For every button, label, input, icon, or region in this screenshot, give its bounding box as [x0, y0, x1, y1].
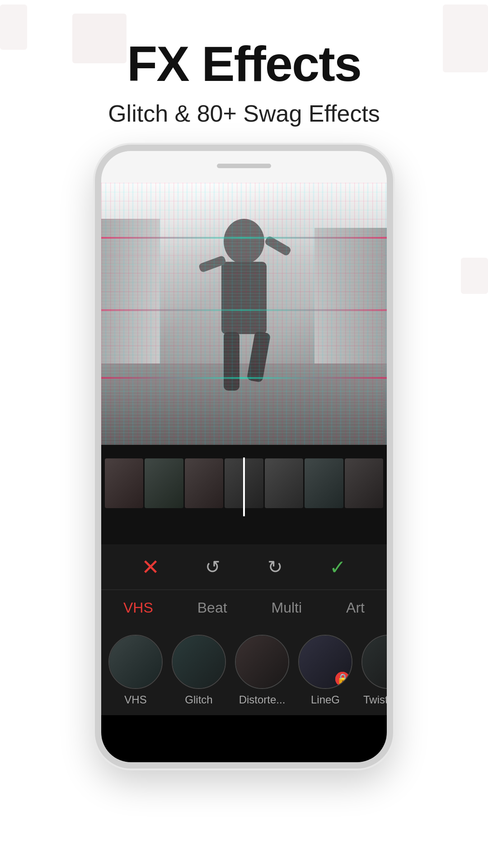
effect-label-glitch: Glitch [185, 693, 212, 706]
effect-thumb-distorted [235, 635, 289, 689]
phone-screen: ✕ ↺ ↻ ✓ VHS Beat Multi Art [101, 183, 387, 762]
confirm-button[interactable]: ✓ [322, 551, 353, 583]
effect-thumb-glitch [172, 635, 226, 689]
phone-mockup: ✕ ↺ ↻ ✓ VHS Beat Multi Art [95, 145, 393, 778]
tab-art[interactable]: Art [337, 595, 374, 621]
effect-label-lineg: LineG [311, 693, 340, 706]
effect-thumb-twistaround [361, 635, 387, 689]
timeline-thumb-2[interactable] [145, 458, 183, 508]
close-button[interactable]: ✕ [135, 551, 166, 583]
timeline-thumb-1[interactable] [105, 458, 143, 508]
timeline-thumb-5[interactable] [265, 458, 303, 508]
decorative-square-4 [461, 258, 488, 294]
lock-badge: 🔒 [335, 672, 350, 686]
effect-label-distorted: Distorte... [239, 693, 286, 706]
timeline-thumb-6[interactable] [305, 458, 343, 508]
undo-button[interactable]: ↺ [197, 551, 229, 583]
effect-label-vhs: VHS [124, 693, 146, 706]
phone-body: ✕ ↺ ↻ ✓ VHS Beat Multi Art [95, 145, 393, 769]
page-title: FX Effects [0, 36, 488, 91]
undo-icon: ↺ [205, 557, 221, 577]
timeline-thumb-7[interactable] [345, 458, 383, 508]
effect-item-twistaround[interactable]: TwistAro... [361, 635, 387, 706]
effect-item-vhs[interactable]: VHS [108, 635, 163, 706]
controls-bar: ✕ ↺ ↻ ✓ [101, 544, 387, 590]
category-tabs: VHS Beat Multi Art [101, 590, 387, 626]
effect-label-twistaround: TwistAro... [363, 693, 387, 706]
effect-item-lineg[interactable]: 🔒 LineG [298, 635, 352, 706]
effects-row: VHS Glitch Distorte... [101, 626, 387, 715]
effect-thumb-vhs [108, 635, 163, 689]
video-preview[interactable] [101, 183, 387, 445]
close-icon: ✕ [141, 554, 160, 580]
header-section: FX Effects Glitch & 80+ Swag Effects [0, 0, 488, 127]
tab-vhs[interactable]: VHS [114, 595, 162, 621]
timeline-area [101, 445, 387, 544]
check-icon: ✓ [329, 556, 346, 579]
effect-thumb-lineg: 🔒 [298, 635, 352, 689]
phone-speaker [217, 164, 271, 168]
timeline-cursor [243, 458, 245, 516]
timeline-thumb-3[interactable] [185, 458, 223, 508]
tab-multi[interactable]: Multi [263, 595, 311, 621]
effect-item-distorted[interactable]: Distorte... [235, 635, 289, 706]
redo-icon: ↻ [267, 557, 283, 577]
page-subtitle: Glitch & 80+ Swag Effects [0, 100, 488, 127]
glitch-channel-shift [101, 183, 387, 445]
effect-item-glitch[interactable]: Glitch [172, 635, 226, 706]
tab-beat[interactable]: Beat [188, 595, 236, 621]
redo-button[interactable]: ↻ [259, 551, 291, 583]
glitch-scene [101, 183, 387, 445]
